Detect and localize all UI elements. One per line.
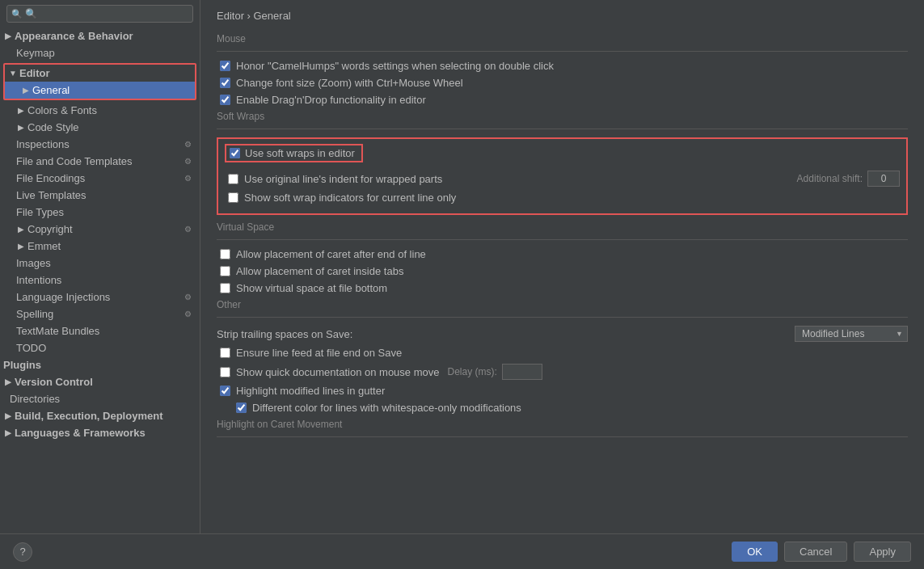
sidebar-item-language-injections[interactable]: Language Injections ⚙ (0, 289, 200, 306)
breadcrumb: Editor › General (217, 10, 908, 22)
change-font-size-checkbox[interactable] (220, 78, 230, 88)
use-soft-wraps-highlighted-row: Use soft wraps in editor (225, 144, 363, 162)
mouse-section-label: Mouse (217, 33, 908, 44)
use-original-indent-checkbox[interactable] (228, 174, 238, 184)
soft-wraps-section: Soft Wraps Use soft wraps in editor Use … (217, 111, 908, 215)
sidebar-item-code-style[interactable]: ▶ Code Style (0, 119, 200, 136)
show-quick-doc-checkbox[interactable] (220, 367, 230, 377)
soft-wraps-box: Use soft wraps in editor Use original li… (217, 137, 908, 215)
chevron-right-icon3: ▶ (16, 242, 26, 251)
sidebar-item-editor[interactable]: ▼ Editor (5, 65, 195, 82)
sidebar-item-version-control[interactable]: ▶ Version Control (0, 373, 200, 390)
sidebar: 🔍 ▶ Appearance & Behavior Keymap ▼ Edito… (0, 0, 200, 533)
honor-camelhumps-checkbox[interactable] (220, 61, 230, 71)
sidebar-item-appearance[interactable]: ▶ Appearance & Behavior (0, 27, 200, 44)
honor-camelhumps-row: Honor "CamelHumps" words settings when s… (217, 60, 908, 72)
sidebar-item-live-templates[interactable]: Live Templates (0, 187, 200, 204)
chevron-down-icon: ▼ (8, 69, 18, 78)
highlight-caret-label: Highlight on Caret Movement (217, 419, 908, 430)
delay-input[interactable]: 500 (502, 364, 542, 380)
chevron-right-icon: ▶ (16, 123, 26, 132)
chevron-right-icon4: ▶ (3, 377, 13, 386)
cancel-button[interactable]: Cancel (784, 542, 847, 562)
ensure-line-feed-checkbox[interactable] (220, 348, 230, 358)
strip-trailing-select[interactable]: None All Modified Lines (795, 326, 908, 342)
highlight-modified-row: Highlight modified lines in gutter (217, 385, 908, 397)
sidebar-item-todo[interactable]: TODO (0, 339, 200, 356)
settings-icon4: ⚙ (182, 224, 193, 235)
settings-icon2: ⚙ (182, 156, 193, 167)
highlight-modified-checkbox[interactable] (220, 386, 230, 396)
highlight-modified-label: Highlight modified lines in gutter (236, 385, 385, 397)
show-indicators-row: Show soft wrap indicators for current li… (225, 192, 900, 204)
sidebar-item-languages[interactable]: ▶ Languages & Frameworks (0, 424, 200, 441)
change-font-size-row: Change font size (Zoom) with Ctrl+Mouse … (217, 77, 908, 89)
delay-label: Delay (ms): (447, 366, 496, 377)
sidebar-item-file-code-templates[interactable]: File and Code Templates ⚙ (0, 153, 200, 170)
sidebar-item-inspections[interactable]: Inspections ⚙ (0, 136, 200, 153)
chevron-right-icon: ▶ (16, 106, 26, 115)
enable-drag-drop-label: Enable Drag'n'Drop functionality in edit… (236, 94, 426, 106)
different-color-checkbox[interactable] (236, 403, 247, 413)
sidebar-item-file-types[interactable]: File Types (0, 204, 200, 221)
allow-caret-end-checkbox[interactable] (220, 249, 230, 259)
sidebar-item-file-encodings[interactable]: File Encodings ⚙ (0, 170, 200, 187)
sidebar-item-images[interactable]: Images (0, 255, 200, 272)
help-button[interactable]: ? (13, 542, 32, 562)
honor-camelhumps-label: Honor "CamelHumps" words settings when s… (236, 60, 554, 72)
apply-button[interactable]: Apply (854, 542, 911, 562)
use-soft-wraps-checkbox[interactable] (230, 148, 240, 158)
search-input[interactable] (6, 5, 193, 23)
other-section: Other Strip trailing spaces on Save: Non… (217, 299, 908, 414)
chevron-right-icon2: ▶ (16, 225, 26, 234)
ensure-line-feed-label: Ensure line feed at file end on Save (236, 347, 402, 359)
additional-shift-label: Additional shift: (797, 173, 863, 184)
virtual-space-label: Virtual Space (217, 221, 908, 233)
sidebar-item-intentions[interactable]: Intentions (0, 272, 200, 289)
show-quick-doc-row: Show quick documentation on mouse move D… (217, 364, 908, 380)
sidebar-item-plugins[interactable]: Plugins (0, 356, 200, 373)
allow-caret-tabs-checkbox[interactable] (220, 266, 230, 276)
use-original-indent-row: Use original line's indent for wrapped p… (225, 171, 900, 187)
allow-caret-tabs-row: Allow placement of caret inside tabs (217, 265, 908, 277)
different-color-label: Different color for lines with whitespac… (252, 402, 521, 414)
allow-caret-end-label: Allow placement of caret after end of li… (236, 248, 426, 260)
sidebar-item-keymap[interactable]: Keymap (0, 44, 200, 61)
sidebar-item-build[interactable]: ▶ Build, Execution, Deployment (0, 407, 200, 424)
enable-drag-drop-checkbox[interactable] (220, 95, 230, 105)
search-box[interactable]: 🔍 (6, 5, 193, 23)
ensure-line-feed-row: Ensure line feed at file end on Save (217, 347, 908, 359)
ok-button[interactable]: OK (732, 542, 778, 562)
show-quick-doc-label: Show quick documentation on mouse move (236, 366, 439, 378)
virtual-space-section: Virtual Space Allow placement of caret a… (217, 221, 908, 294)
mouse-section: Mouse Honor "CamelHumps" words settings … (217, 33, 908, 106)
show-virtual-space-checkbox[interactable] (220, 283, 230, 293)
different-color-row: Different color for lines with whitespac… (217, 402, 908, 414)
soft-wraps-label: Soft Wraps (217, 111, 908, 122)
main-content: Editor › General Mouse Honor "CamelHumps… (200, 0, 924, 533)
show-indicators-checkbox[interactable] (228, 192, 238, 203)
search-icon: 🔍 (11, 9, 23, 19)
use-soft-wraps-label: Use soft wraps in editor (245, 147, 355, 159)
strip-trailing-select-wrapper: None All Modified Lines (795, 326, 908, 342)
show-virtual-space-label: Show virtual space at file bottom (236, 282, 387, 294)
settings-icon3: ⚙ (182, 173, 193, 184)
sidebar-item-colors-fonts[interactable]: ▶ Colors & Fonts (0, 102, 200, 119)
sidebar-item-emmet[interactable]: ▶ Emmet (0, 238, 200, 255)
sidebar-item-spelling[interactable]: Spelling ⚙ (0, 306, 200, 322)
sidebar-item-copyright[interactable]: ▶ Copyright ⚙ (0, 221, 200, 238)
chevron-right-icon: ▶ (3, 32, 13, 40)
chevron-right-icon: ▶ (21, 86, 31, 95)
show-indicators-label: Show soft wrap indicators for current li… (244, 192, 456, 204)
sidebar-item-textmate-bundles[interactable]: TextMate Bundles (0, 322, 200, 339)
editor-section-box: ▼ Editor ▶ General (3, 63, 196, 100)
sidebar-item-general[interactable]: ▶ General (5, 82, 195, 99)
bottom-bar: ? OK Cancel Apply (0, 533, 924, 569)
strip-trailing-label: Strip trailing spaces on Save: (217, 328, 352, 340)
strip-trailing-row: Strip trailing spaces on Save: None All … (217, 326, 908, 342)
allow-caret-tabs-label: Allow placement of caret inside tabs (236, 265, 403, 277)
change-font-size-label: Change font size (Zoom) with Ctrl+Mouse … (236, 77, 463, 89)
sidebar-item-directories[interactable]: Directories (0, 390, 200, 407)
additional-shift-input[interactable]: 0 (867, 171, 900, 187)
allow-caret-end-row: Allow placement of caret after end of li… (217, 248, 908, 260)
